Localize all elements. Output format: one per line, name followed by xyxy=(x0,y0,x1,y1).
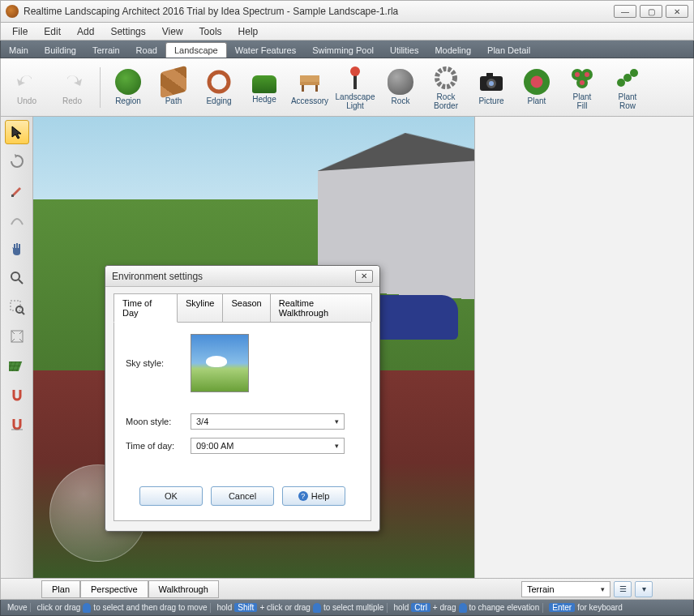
moon-style-label: Moon style: xyxy=(126,417,191,426)
edging-button[interactable]: Edging xyxy=(198,69,240,105)
dialog-titlebar[interactable]: Environment settings ✕ xyxy=(105,266,379,287)
tab-utilities[interactable]: Utilities xyxy=(382,43,426,58)
menubar: File Edit Add Settings View Tools Help xyxy=(0,23,694,41)
tab-plan-detail[interactable]: Plan Detail xyxy=(479,43,538,58)
dialog-close-button[interactable]: ✕ xyxy=(355,270,373,283)
svg-point-10 xyxy=(489,81,494,86)
tab-time-of-day[interactable]: Time of Day xyxy=(114,293,178,323)
side-toolbar xyxy=(1,117,33,578)
undo-icon xyxy=(14,69,40,95)
view-plan[interactable]: Plan xyxy=(41,580,80,598)
plant-fill-icon xyxy=(569,65,595,91)
environment-settings-dialog: Environment settings ✕ Time of Day Skyli… xyxy=(105,265,380,532)
menu-help[interactable]: Help xyxy=(230,26,267,37)
moon-style-dropdown[interactable]: 3/4 xyxy=(191,413,345,430)
svg-rect-3 xyxy=(302,85,304,92)
tab-landscape[interactable]: Landscape xyxy=(165,42,227,58)
path-button[interactable]: Path xyxy=(152,69,195,105)
view-tabs: Plan Perspective Walkthrough Terrain ☰ ▾ xyxy=(0,579,694,600)
edit-point-tool[interactable] xyxy=(5,178,29,203)
plant-row-icon xyxy=(615,65,640,91)
tab-main[interactable]: Main xyxy=(1,43,36,58)
terrain-dropdown[interactable]: Terrain xyxy=(521,581,610,597)
zoom-extents-tool[interactable] xyxy=(5,324,29,349)
curve-tool[interactable] xyxy=(5,207,29,232)
menu-edit[interactable]: Edit xyxy=(36,26,69,37)
cursor-tool[interactable] xyxy=(5,120,29,144)
toolbar: Undo Redo Region Path Edging Hedge Acces… xyxy=(0,58,694,117)
tab-water-features[interactable]: Water Features xyxy=(227,43,304,58)
rock-border-icon xyxy=(433,65,459,91)
menu-view[interactable]: View xyxy=(154,26,191,37)
tab-swimming-pool[interactable]: Swimming Pool xyxy=(304,43,382,58)
accessory-button[interactable]: Accessory xyxy=(289,69,331,105)
close-window-button[interactable]: ✕ xyxy=(666,5,688,18)
rock-button[interactable]: Rock xyxy=(379,69,422,105)
svg-line-26 xyxy=(22,312,24,314)
help-button[interactable]: ?Help xyxy=(282,486,345,506)
redo-button[interactable]: Redo xyxy=(51,69,93,105)
tab-realtime-walkthrough[interactable]: Realtime Walkthrough xyxy=(270,293,372,322)
region-button[interactable]: Region xyxy=(107,69,149,105)
rock-border-button[interactable]: Rock Border xyxy=(425,65,467,110)
app-icon xyxy=(6,5,19,18)
layers-button[interactable]: ☰ xyxy=(614,581,632,597)
tab-modeling[interactable]: Modeling xyxy=(426,43,479,58)
svg-rect-11 xyxy=(486,73,493,77)
picture-button[interactable]: Picture xyxy=(470,69,512,105)
accessory-icon xyxy=(297,69,323,95)
cancel-button[interactable]: Cancel xyxy=(211,486,274,506)
menu-settings[interactable]: Settings xyxy=(102,26,153,37)
plant-row-button[interactable]: Plant Row xyxy=(606,65,649,110)
view-perspective[interactable]: Perspective xyxy=(80,580,148,598)
redo-icon xyxy=(59,69,85,95)
dialog-title: Environment settings xyxy=(112,271,203,282)
undo-button[interactable]: Undo xyxy=(6,69,48,105)
zoom-region-tool[interactable] xyxy=(5,295,29,319)
dialog-tabs: Time of Day Skyline Season Realtime Walk… xyxy=(114,293,371,323)
region-icon xyxy=(115,69,141,95)
grid-tool[interactable] xyxy=(5,353,29,378)
enter-key-hint: Enter xyxy=(549,603,575,612)
rotate-tool[interactable] xyxy=(5,149,29,173)
tab-skyline[interactable]: Skyline xyxy=(177,293,223,322)
plant-icon xyxy=(524,69,550,95)
tab-terrain[interactable]: Terrain xyxy=(84,43,128,58)
layers-dropdown-button[interactable]: ▾ xyxy=(635,581,653,597)
plant-fill-button[interactable]: Plant Fill xyxy=(561,65,603,110)
statusbar: Move click or drag to select and then dr… xyxy=(0,600,694,616)
time-of-day-dropdown[interactable]: 09:00 AM xyxy=(191,438,345,454)
snap-angle-tool[interactable] xyxy=(5,412,29,436)
svg-point-17 xyxy=(580,80,585,85)
landscape-light-button[interactable]: Landscape Light xyxy=(334,65,376,110)
camera-icon xyxy=(478,69,504,95)
tab-road[interactable]: Road xyxy=(128,43,165,58)
sky-style-picker[interactable] xyxy=(191,334,249,392)
svg-point-16 xyxy=(585,72,589,77)
shift-key-hint: Shift xyxy=(234,603,257,612)
view-walkthrough[interactable]: Walkthrough xyxy=(148,580,219,598)
svg-rect-31 xyxy=(9,361,22,371)
ok-button[interactable]: OK xyxy=(139,486,203,506)
zoom-tool[interactable] xyxy=(5,266,29,290)
svg-point-25 xyxy=(16,306,23,313)
hedge-button[interactable]: Hedge xyxy=(243,71,285,104)
lamp-icon xyxy=(342,65,368,91)
svg-point-19 xyxy=(623,74,632,82)
menu-add[interactable]: Add xyxy=(69,26,102,37)
edging-icon xyxy=(206,69,232,95)
ribbon-tabs: Main Building Terrain Road Landscape Wat… xyxy=(0,41,694,58)
maximize-button[interactable]: ▢ xyxy=(640,5,662,18)
svg-rect-21 xyxy=(11,195,14,197)
plant-button[interactable]: Plant xyxy=(516,69,558,105)
mouse-icon xyxy=(459,603,467,613)
menu-file[interactable]: File xyxy=(4,26,36,37)
tab-season[interactable]: Season xyxy=(222,293,270,322)
menu-tools[interactable]: Tools xyxy=(191,26,230,37)
sky-style-label: Sky style: xyxy=(126,358,191,368)
pan-tool[interactable] xyxy=(5,237,29,261)
minimize-button[interactable]: — xyxy=(614,5,636,18)
tab-building[interactable]: Building xyxy=(36,43,84,58)
svg-point-20 xyxy=(630,69,638,77)
snap-tool[interactable] xyxy=(5,383,29,407)
